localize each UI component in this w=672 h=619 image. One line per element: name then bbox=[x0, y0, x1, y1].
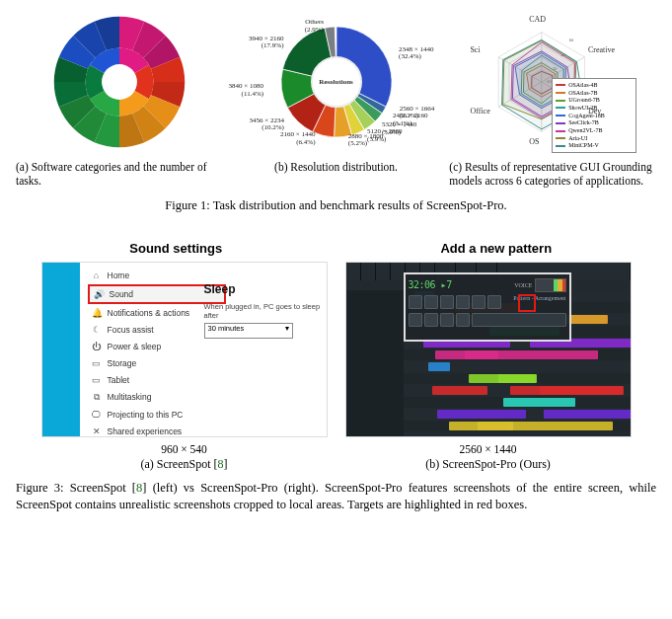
settings-nav-item[interactable]: ▭Storage bbox=[88, 355, 226, 371]
figure1a: (a) Software categories and the number o… bbox=[16, 8, 223, 189]
chevron-down-icon: ▾ bbox=[285, 324, 289, 333]
legend-swatch-icon bbox=[556, 137, 565, 139]
settings-nav-item[interactable]: 🖵Projecting to this PC bbox=[88, 407, 226, 423]
legend-swatch-icon bbox=[556, 115, 565, 116]
daw-tool-button[interactable] bbox=[487, 295, 501, 309]
legend-swatch-icon bbox=[556, 130, 565, 132]
daw-clip[interactable] bbox=[544, 410, 631, 419]
nav-item-icon: ✕ bbox=[92, 426, 102, 436]
legend-item: OSAtlas-4B bbox=[556, 82, 633, 89]
figure1b-subcaption: (b) Resolution distribution. bbox=[233, 160, 440, 174]
resolution-pie-chart: Resolutions 2348 × 1440 (32.4%)2560 × 16… bbox=[233, 8, 440, 156]
pie-slice-label: 3940 × 2160 (17.9%) bbox=[249, 36, 283, 50]
daw-clip[interactable] bbox=[449, 422, 513, 430]
sleep-label: When plugged in, PC goes to sleep after bbox=[204, 302, 321, 320]
daw-tool-button[interactable] bbox=[409, 313, 422, 327]
legend-swatch-icon bbox=[556, 122, 565, 124]
daw-track-lane[interactable] bbox=[404, 397, 631, 408]
daw-time-readout: 32:06 ▸7 bbox=[409, 279, 452, 290]
radar-axis-label: Creative bbox=[588, 45, 615, 54]
daw-clip[interactable] bbox=[435, 350, 497, 359]
daw-tool-button[interactable] bbox=[409, 295, 422, 309]
legend-item: UGround-7B bbox=[556, 97, 633, 104]
figure3-row: ⌂Home🔊Sound🔔Notifications & actions☾Focu… bbox=[16, 262, 656, 472]
figure3a-dimensions: 960 × 540 bbox=[161, 443, 207, 455]
daw-tool-button[interactable] bbox=[424, 313, 438, 327]
nav-item-icon: ▭ bbox=[92, 375, 102, 385]
figure1c: -20204060 OSAtlas-4BOSAtlas-7BUGround-7B… bbox=[449, 8, 656, 189]
settings-nav-item[interactable]: ⏻Power & sleep bbox=[88, 339, 226, 354]
level-meter-icon bbox=[535, 278, 566, 292]
settings-nav-item[interactable]: ⌂Home bbox=[88, 268, 226, 283]
daw-clip[interactable] bbox=[510, 386, 623, 395]
legend-label: OSAtlas-7B bbox=[568, 90, 597, 97]
daw-track-lane[interactable] bbox=[404, 349, 631, 360]
legend-item: Aria-UI bbox=[556, 135, 633, 142]
daw-tool-button[interactable] bbox=[440, 295, 454, 309]
daw-track-lane[interactable] bbox=[404, 421, 631, 431]
legend-swatch-icon bbox=[556, 84, 565, 86]
daw-track-lane[interactable] bbox=[404, 385, 631, 396]
nav-item-label: Storage bbox=[108, 358, 137, 368]
figure3-title-a: Sound settings bbox=[33, 241, 319, 256]
daw-voice-label: VOICE bbox=[514, 282, 532, 288]
radar-tick-label: 60 bbox=[569, 38, 574, 42]
daw-tool-button[interactable] bbox=[440, 313, 454, 327]
daw-clip[interactable] bbox=[469, 374, 536, 383]
win-accent-strip bbox=[42, 263, 80, 436]
daw-clip[interactable] bbox=[432, 386, 487, 395]
pie-slice-label: 3840 × 1080 (11.4%) bbox=[229, 83, 263, 98]
daw-track-lane[interactable] bbox=[404, 373, 631, 384]
svg-point-1 bbox=[102, 64, 137, 100]
daw-clip[interactable] bbox=[437, 410, 526, 419]
settings-nav-item[interactable]: ✕Shared experiences bbox=[88, 424, 226, 437]
daw-clip[interactable] bbox=[428, 362, 450, 371]
daw-clip[interactable] bbox=[494, 350, 598, 359]
daw-tool-button[interactable] bbox=[472, 295, 485, 309]
daw-clip[interactable] bbox=[507, 422, 613, 430]
daw-tool-button[interactable] bbox=[456, 313, 470, 327]
daw-track-lane[interactable] bbox=[404, 361, 631, 372]
legend-label: Qwen2VL-7B bbox=[568, 127, 602, 134]
figure1a-subcaption: (a) Software categories and the number o… bbox=[16, 160, 223, 189]
daw-pattern-slot[interactable] bbox=[472, 313, 566, 327]
legend-swatch-icon bbox=[556, 145, 565, 147]
nav-item-icon: 🔔 bbox=[92, 308, 102, 318]
radar-axis-label: OS bbox=[529, 137, 539, 146]
legend-item: OSAtlas-7B bbox=[556, 90, 633, 97]
pie-slice-label: Others (2.9%) bbox=[305, 19, 324, 34]
daw-pattern-label: Pattern - Arrangement bbox=[513, 295, 565, 309]
nav-item-icon: ⌂ bbox=[92, 271, 102, 280]
daw-track-lane[interactable] bbox=[404, 409, 631, 420]
pie-slice-label: 2348 × 1440 (32.4%) bbox=[399, 46, 433, 61]
legend-label: MiniCPM-V bbox=[568, 142, 599, 149]
sleep-header: Sleep bbox=[204, 282, 321, 296]
radar-chart: -20204060 OSAtlas-4BOSAtlas-7BUGround-7B… bbox=[449, 8, 656, 156]
daw-popup-overlay: 32:06 ▸7 VOICE Pattern - Arrangement bbox=[404, 272, 571, 342]
nav-item-label: Tablet bbox=[108, 375, 130, 385]
daw-clip[interactable] bbox=[503, 398, 575, 407]
legend-item: MiniCPM-V bbox=[556, 142, 633, 149]
nav-item-icon: ⏻ bbox=[92, 342, 102, 351]
figure1c-subcaption: (c) Results of representative GUI Ground… bbox=[449, 160, 656, 189]
daw-tool-button[interactable] bbox=[456, 295, 470, 309]
pie-center-label: Resolutions bbox=[311, 56, 362, 108]
settings-nav-item[interactable]: ▭Tablet bbox=[88, 372, 226, 388]
nav-item-icon: 🖵 bbox=[92, 410, 102, 420]
sunburst-chart bbox=[16, 8, 223, 156]
screenshot-a: ⌂Home🔊Sound🔔Notifications & actions☾Focu… bbox=[41, 262, 328, 437]
legend-swatch-icon bbox=[556, 100, 565, 102]
figure3-titles: Sound settings Add a new pattern bbox=[16, 241, 656, 256]
figure1b: Resolutions 2348 × 1440 (32.4%)2560 × 16… bbox=[233, 8, 440, 189]
pie-slice-label: 3456 × 2234 (10.2%) bbox=[250, 117, 284, 132]
figure3-caption: Figure 3: ScreenSpot [8] (left) vs Scree… bbox=[16, 480, 656, 513]
figure3b-subcaption: (b) ScreenSpot-Pro (Ours) bbox=[425, 457, 551, 472]
daw-tool-button[interactable] bbox=[424, 295, 438, 309]
figure3-title-b: Add a new pattern bbox=[353, 241, 639, 256]
nav-item-label: Power & sleep bbox=[108, 342, 162, 351]
nav-item-icon: ⧉ bbox=[92, 392, 102, 403]
settings-nav-item[interactable]: ⧉Multitasking bbox=[88, 389, 226, 406]
sleep-dropdown[interactable]: 30 minutes ▾ bbox=[204, 323, 293, 339]
nav-item-label: Shared experiences bbox=[108, 426, 183, 436]
legend-item: Qwen2VL-7B bbox=[556, 127, 633, 134]
